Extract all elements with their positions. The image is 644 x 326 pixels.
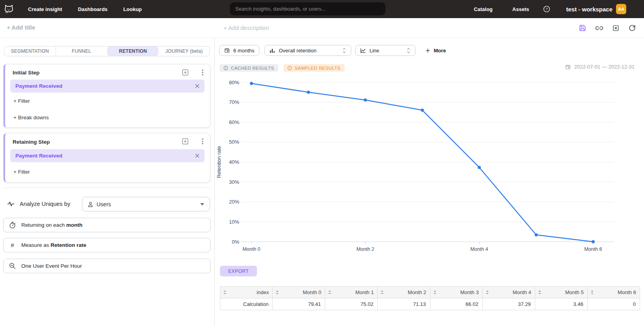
- close-icon[interactable]: [195, 154, 199, 158]
- table-cell: 37.29: [482, 298, 535, 310]
- measure-as-setting[interactable]: # Measure as Retention rate: [3, 238, 210, 252]
- save-icon[interactable]: [579, 24, 586, 31]
- table-header-month-6[interactable]: Month 6: [587, 287, 640, 298]
- nav-lookup[interactable]: Lookup: [123, 6, 142, 12]
- svg-text:60%: 60%: [229, 119, 239, 125]
- table-header-month-3[interactable]: Month 3: [430, 287, 482, 298]
- table-cell: Calculation: [220, 298, 273, 310]
- calendar-icon: [565, 64, 571, 70]
- sort-icon[interactable]: [486, 290, 489, 295]
- add-title-field[interactable]: + Add title: [7, 24, 35, 31]
- analyze-uniques-row: Analyze Uniques by: [7, 201, 70, 207]
- link-icon[interactable]: [596, 24, 603, 32]
- chart-toolbar: 6 months Overall retention Line More: [219, 45, 446, 56]
- help-icon[interactable]: ?: [543, 6, 550, 13]
- add-description-field[interactable]: + Add description: [223, 24, 269, 31]
- workspace-name[interactable]: test - workspace: [566, 6, 612, 13]
- add-filter-button[interactable]: + Filter: [13, 98, 30, 104]
- measure-as-label: Measure as Retention rate: [21, 242, 86, 248]
- sort-icon[interactable]: [538, 290, 542, 295]
- insight-actions: [579, 18, 636, 38]
- info-icon: [287, 66, 292, 70]
- nav-assets[interactable]: Assets: [512, 6, 529, 12]
- time-window-value: 6 months: [233, 48, 254, 54]
- retention-line-chart: 0%10%20%30%40%50%60%70%80%Month 0Month 2…: [215, 73, 644, 256]
- app-logo-cat-icon[interactable]: [4, 4, 14, 14]
- table-header-month-5[interactable]: Month 5: [535, 287, 587, 298]
- card-title: Initial Step: [13, 70, 39, 76]
- clear-icon[interactable]: [612, 25, 619, 31]
- tab-funnel[interactable]: FUNNEL: [56, 46, 107, 56]
- export-button[interactable]: EXPORT: [220, 266, 257, 276]
- table-header-month-0[interactable]: Month 0: [273, 287, 325, 298]
- add-event-button[interactable]: [182, 69, 188, 76]
- panel-divider: [3, 187, 212, 188]
- plus-icon: [426, 48, 430, 53]
- sort-icon[interactable]: [433, 290, 437, 295]
- kebab-menu-icon[interactable]: [202, 69, 203, 76]
- tab-segmentation[interactable]: SEGMENTATION: [4, 46, 56, 56]
- nav-catalog[interactable]: Catalog: [474, 6, 493, 12]
- date-range: 2022-07-01 — 2022-12-31: [565, 64, 635, 70]
- svg-text:?: ?: [546, 7, 548, 11]
- table-row: Calculation79.4175.0271.1366.0237.293.46…: [220, 298, 640, 310]
- svg-text:Month 0: Month 0: [242, 246, 260, 252]
- kebab-menu-icon[interactable]: [202, 138, 203, 144]
- add-event-button[interactable]: [182, 138, 188, 144]
- table-header-index[interactable]: index: [220, 287, 273, 298]
- table-header-month-1[interactable]: Month 1: [325, 287, 378, 298]
- nav-dashboards[interactable]: Dashboards: [78, 6, 108, 12]
- event-dedup-label: One User Event Per Hour: [21, 263, 82, 269]
- analyze-uniques-label: Analyze Uniques by: [20, 201, 70, 207]
- metric-value: Overall retention: [279, 48, 316, 54]
- column-label: index: [257, 289, 269, 295]
- stopwatch-icon: [9, 222, 16, 229]
- insight-header-bar: + Add title + Add description: [0, 18, 644, 38]
- global-search-input[interactable]: [230, 2, 385, 15]
- insight-type-tabs: SEGMENTATION FUNNEL RETENTION JOURNEY (b…: [4, 46, 210, 56]
- tab-retention[interactable]: RETENTION: [107, 46, 159, 56]
- sort-icon[interactable]: [590, 290, 594, 295]
- card-title: Retaining Step: [13, 139, 50, 145]
- table-header-month-2[interactable]: Month 2: [378, 287, 430, 298]
- top-nav: Create insight Dashboards Lookup Catalog…: [0, 0, 644, 18]
- table-cell: 66.02: [430, 298, 482, 310]
- time-window-button[interactable]: 6 months: [219, 45, 259, 56]
- tab-journey[interactable]: JOURNEY (beta): [158, 46, 210, 56]
- user-icon: [88, 202, 93, 207]
- secondary-nav: Catalog Assets ? test - workspace AA: [474, 0, 626, 18]
- config-panel: SEGMENTATION FUNNEL RETENTION JOURNEY (b…: [0, 38, 215, 326]
- chart-type-select[interactable]: Line: [355, 45, 415, 56]
- metric-select[interactable]: Overall retention: [264, 45, 351, 56]
- add-filter-button[interactable]: + Filter: [13, 169, 30, 175]
- svg-text:40%: 40%: [229, 159, 239, 165]
- sort-icon[interactable]: [328, 290, 331, 295]
- refresh-icon[interactable]: [629, 24, 636, 31]
- svg-text:20%: 20%: [229, 199, 239, 205]
- table-header-month-4[interactable]: Month 4: [482, 287, 535, 298]
- sort-icon[interactable]: [223, 290, 227, 295]
- event-dedup-setting[interactable]: One User Event Per Hour: [3, 259, 210, 273]
- user-avatar[interactable]: AA: [616, 4, 626, 14]
- sort-icon[interactable]: [275, 290, 279, 295]
- table-cell: 75.02: [325, 298, 378, 310]
- event-chip[interactable]: Payment Received: [10, 149, 205, 162]
- svg-text:10%: 10%: [229, 219, 239, 225]
- zoom-out-icon: [9, 263, 16, 269]
- event-chip[interactable]: Payment Received: [10, 80, 205, 93]
- table-cell: 0: [587, 298, 640, 310]
- sort-icon[interactable]: [380, 290, 384, 295]
- more-button[interactable]: More: [426, 48, 446, 54]
- close-icon[interactable]: [195, 84, 199, 88]
- add-breakdown-button[interactable]: + Break downs: [13, 115, 49, 120]
- nav-create-insight[interactable]: Create insight: [28, 6, 62, 12]
- analyze-by-select[interactable]: Users: [82, 197, 210, 211]
- sampled-results-badge: SAMPLED RESULTS: [283, 64, 344, 72]
- returning-period-setting[interactable]: Returning on each month: [3, 218, 210, 232]
- column-label: Month 3: [460, 289, 479, 295]
- column-label: Month 4: [513, 289, 531, 295]
- chart-type-value: Line: [369, 48, 379, 54]
- select-updown-icon: [407, 48, 410, 54]
- analyze-by-value: Users: [97, 201, 111, 207]
- hash-icon: #: [9, 242, 16, 248]
